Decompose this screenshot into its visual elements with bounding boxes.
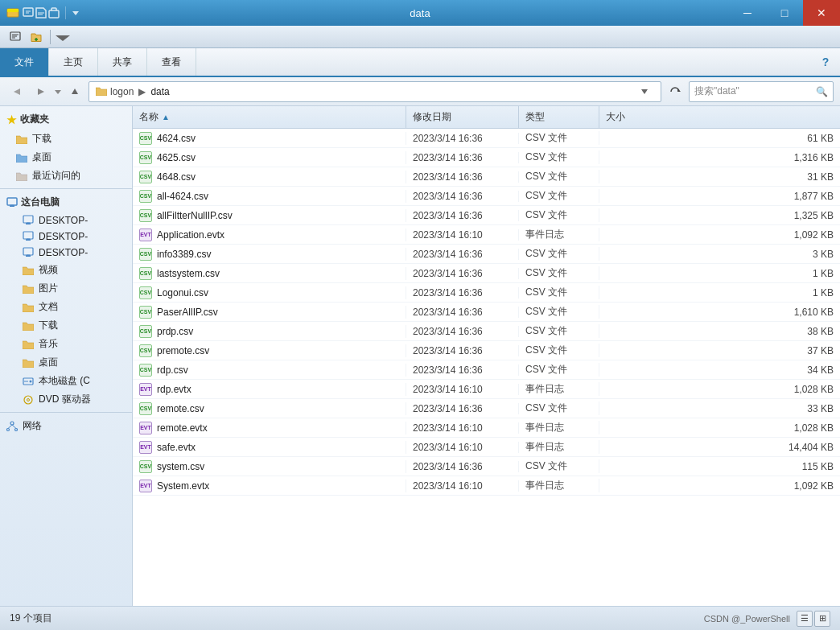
table-row[interactable]: EVT Application.evtx 2023/3/14 16:10 事件日… xyxy=(133,225,840,245)
sidebar-item-desktop2[interactable]: DESKTOP- xyxy=(0,229,132,245)
file-type-cell: CSV 文件 xyxy=(519,286,599,299)
nav-back-btn[interactable] xyxy=(6,81,27,102)
sidebar-item-docs[interactable]: 文档 xyxy=(0,298,132,316)
file-size-cell: 1,610 KB xyxy=(599,307,840,318)
sidebar: ★ 收藏夹 下载 桌面 最近访问的 这台电脑 DESKTOP- DESKTOP- xyxy=(0,106,133,606)
sidebar-item-downloads[interactable]: 下载 xyxy=(0,130,132,148)
sidebar-item-desktop1[interactable]: DESKTOP- xyxy=(0,212,132,229)
file-date-cell: 2023/3/14 16:36 xyxy=(406,152,519,163)
status-right: CSDN @_PowerShell ☰ ⊞ xyxy=(704,611,830,627)
file-date-cell: 2023/3/14 16:36 xyxy=(406,133,519,144)
ribbon-help-btn[interactable]: ? xyxy=(811,48,840,76)
title-dropdown-icon[interactable] xyxy=(72,9,80,17)
csv-icon: CSV xyxy=(139,248,152,261)
table-row[interactable]: CSV premote.csv 2023/3/14 16:36 CSV 文件 3… xyxy=(133,341,840,360)
pictures-folder-icon xyxy=(23,284,34,294)
address-bar[interactable]: logon ▶ data xyxy=(89,81,661,102)
file-name-cell: CSV premote.csv xyxy=(133,344,406,357)
table-row[interactable]: EVT System.evtx 2023/3/14 16:10 事件日志 1,0… xyxy=(133,476,840,496)
col-header-type[interactable]: 类型 xyxy=(519,106,599,128)
table-row[interactable]: CSV 4624.csv 2023/3/14 16:36 CSV 文件 61 K… xyxy=(133,129,840,148)
table-row[interactable]: EVT rdp.evtx 2023/3/14 16:10 事件日志 1,028 … xyxy=(133,380,840,399)
hdd-icon xyxy=(23,376,34,387)
table-row[interactable]: CSV all-4624.csv 2023/3/14 16:36 CSV 文件 … xyxy=(133,187,840,206)
file-size-cell: 1,325 KB xyxy=(599,210,840,221)
file-date-cell: 2023/3/14 16:10 xyxy=(406,422,519,434)
close-button[interactable]: ✕ xyxy=(803,0,840,26)
file-date-cell: 2023/3/14 16:36 xyxy=(406,210,519,221)
table-row[interactable]: CSV 4625.csv 2023/3/14 16:36 CSV 文件 1,31… xyxy=(133,148,840,167)
sidebar-item-pictures[interactable]: 图片 xyxy=(0,279,132,298)
file-date-cell: 2023/3/14 16:36 xyxy=(406,307,519,318)
network-icon xyxy=(6,421,18,432)
quick-properties-btn[interactable] xyxy=(6,28,24,46)
table-row[interactable]: CSV rdp.csv 2023/3/14 16:36 CSV 文件 34 KB xyxy=(133,360,840,380)
minimize-button[interactable]: ─ xyxy=(729,0,766,26)
svg-rect-1 xyxy=(7,9,19,12)
search-icon[interactable]: 🔍 xyxy=(816,86,828,97)
col-header-name[interactable]: 名称 ▲ xyxy=(133,106,406,128)
table-row[interactable]: CSV 4648.csv 2023/3/14 16:36 CSV 文件 31 K… xyxy=(133,167,840,187)
downloads-folder-icon xyxy=(16,134,27,144)
file-name-cell: CSV system.csv xyxy=(133,460,406,473)
video-folder-icon xyxy=(23,266,34,275)
search-box[interactable]: 搜索"data" 🔍 xyxy=(689,81,834,102)
quick-title-icons xyxy=(23,7,60,19)
address-dropdown-btn[interactable] xyxy=(635,82,654,101)
sidebar-item-dvd[interactable]: DVD 驱动器 xyxy=(0,390,132,409)
table-row[interactable]: CSV allFiltterNullIP.csv 2023/3/14 16:36… xyxy=(133,206,840,225)
table-row[interactable]: CSV system.csv 2023/3/14 16:36 CSV 文件 11… xyxy=(133,457,840,476)
sidebar-item-video[interactable]: 视频 xyxy=(0,261,132,279)
table-row[interactable]: CSV remote.csv 2023/3/14 16:36 CSV 文件 33… xyxy=(133,399,840,418)
file-size-cell: 1 KB xyxy=(599,287,840,299)
sidebar-item-desktop3[interactable]: DESKTOP- xyxy=(0,245,132,261)
file-size-cell: 1,092 KB xyxy=(599,480,840,492)
file-size-cell: 1 KB xyxy=(599,268,840,279)
details-view-btn[interactable]: ☰ xyxy=(797,611,813,627)
file-type-cell: CSV 文件 xyxy=(519,305,599,319)
maximize-button[interactable]: □ xyxy=(766,0,803,26)
quick-separator xyxy=(50,30,51,44)
quick-dropdown-arrow[interactable] xyxy=(56,31,70,43)
sidebar-divider-2 xyxy=(0,412,132,413)
sidebar-item-hdd[interactable]: 本地磁盘 (C xyxy=(0,372,132,390)
svg-point-35 xyxy=(30,380,32,382)
table-row[interactable]: CSV Logonui.csv 2023/3/14 16:36 CSV 文件 1… xyxy=(133,283,840,303)
file-name-cell: CSV 4625.csv xyxy=(133,151,406,164)
sidebar-divider-1 xyxy=(0,188,132,189)
sidebar-item-music[interactable]: 音乐 xyxy=(0,335,132,353)
quick-newfolder-btn[interactable] xyxy=(27,28,45,46)
refresh-btn[interactable] xyxy=(665,81,686,102)
table-row[interactable]: CSV PaserAllIP.csv 2023/3/14 16:36 CSV 文… xyxy=(133,303,840,322)
table-row[interactable]: EVT safe.evtx 2023/3/14 16:10 事件日志 14,40… xyxy=(133,438,840,457)
table-row[interactable]: EVT remote.evtx 2023/3/14 16:10 事件日志 1,0… xyxy=(133,418,840,438)
ribbon-tab-file[interactable]: 文件 xyxy=(0,48,49,76)
svg-marker-19 xyxy=(72,89,78,94)
ribbon-tab-view[interactable]: 查看 xyxy=(147,48,196,76)
sort-arrow-icon: ▲ xyxy=(162,113,170,121)
address-folder-icon xyxy=(96,85,107,98)
evtx-icon: EVT xyxy=(139,229,152,241)
sidebar-item-desktop[interactable]: 桌面 xyxy=(0,148,132,167)
col-header-date[interactable]: 修改日期 xyxy=(406,106,519,128)
sidebar-favorites-header[interactable]: ★ 收藏夹 xyxy=(0,109,132,130)
sidebar-item-recent[interactable]: 最近访问的 xyxy=(0,167,132,185)
sidebar-item-downloads2[interactable]: 下载 xyxy=(0,316,132,335)
table-row[interactable]: CSV lastsystem.csv 2023/3/14 16:36 CSV 文… xyxy=(133,264,840,283)
large-icons-view-btn[interactable]: ⊞ xyxy=(814,611,830,627)
svg-point-40 xyxy=(7,428,10,430)
table-row[interactable]: CSV prdp.csv 2023/3/14 16:36 CSV 文件 38 K… xyxy=(133,322,840,341)
sidebar-item-network[interactable]: 网络 xyxy=(0,416,132,436)
sidebar-item-desktop4[interactable]: 桌面 xyxy=(0,353,132,372)
table-row[interactable]: CSV info3389.csv 2023/3/14 16:36 CSV 文件 … xyxy=(133,245,840,264)
evtx-icon: EVT xyxy=(139,480,152,492)
pc-sub-icon-2 xyxy=(23,231,34,242)
sidebar-pc-header[interactable]: 这台电脑 xyxy=(0,192,132,212)
col-header-size[interactable]: 大小 xyxy=(599,106,840,128)
nav-up-btn[interactable] xyxy=(64,81,85,102)
ribbon-tab-home[interactable]: 主页 xyxy=(49,48,98,76)
ribbon-tab-share[interactable]: 共享 xyxy=(98,48,147,76)
file-type-cell: CSV 文件 xyxy=(519,324,599,338)
svg-marker-15 xyxy=(56,35,70,41)
nav-forward-btn[interactable] xyxy=(31,81,51,102)
